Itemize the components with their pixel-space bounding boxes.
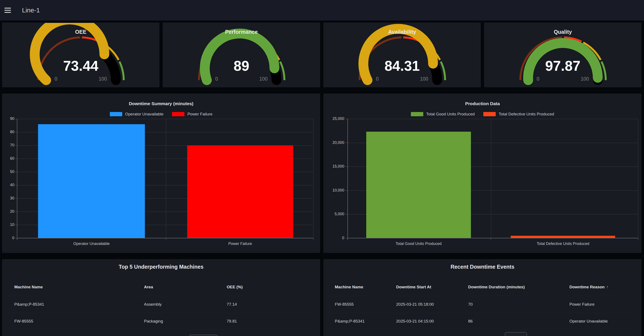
panel-title: Downtime Summary (minutes) bbox=[2, 101, 320, 106]
dashboard-title: Line-1 bbox=[22, 7, 40, 14]
gauge-max-label: 100 bbox=[420, 76, 428, 82]
gauge-panel-oee: OEE 73.44 0 100 bbox=[2, 23, 160, 87]
column-header-downtime-duration-minutes-[interactable]: Downtime Duration (minutes) bbox=[468, 281, 525, 293]
gauge-max-label: 100 bbox=[581, 76, 589, 82]
table-cell: Operator Unavailable bbox=[570, 313, 608, 330]
dashboard: { "topbar": { "title": "Line-1", "menu_i… bbox=[0, 0, 644, 336]
y-tick-mark bbox=[15, 145, 17, 146]
panel-title: Quality bbox=[484, 29, 641, 35]
legend-swatch-green bbox=[411, 112, 423, 116]
legend-item[interactable]: Total Defective Units Produced bbox=[483, 112, 554, 116]
chart-legend: Total Good Units Produced Total Defectiv… bbox=[324, 112, 641, 116]
row-divider bbox=[329, 330, 636, 330]
y-tick-mark bbox=[15, 225, 17, 225]
x-axis-category-label: Power Failure bbox=[228, 242, 252, 246]
y-axis-tick-label: 25,000 bbox=[324, 116, 344, 121]
sort-ascending-icon: ↑ bbox=[606, 285, 608, 289]
legend-label: Power Failure bbox=[188, 112, 212, 116]
table-cell: P&amp;P-85341 bbox=[14, 296, 44, 313]
panel-title: Top 5 Underperforming Machines bbox=[2, 264, 320, 270]
legend-item[interactable]: Power Failure bbox=[172, 112, 212, 116]
gauge-value: 97.87 bbox=[484, 58, 641, 74]
panel-title: Performance bbox=[163, 29, 320, 35]
y-axis-tick-label: 30 bbox=[2, 196, 14, 200]
x-tick-mark bbox=[313, 238, 314, 240]
y-tick-mark bbox=[346, 166, 348, 167]
legend-label: Total Good Units Produced bbox=[426, 112, 475, 116]
panel-title: Recent Downtime Events bbox=[324, 264, 641, 270]
panel-title: Production Data bbox=[324, 101, 641, 106]
gauge-min-label: 0 bbox=[55, 76, 58, 82]
pagination-button[interactable] bbox=[505, 332, 527, 336]
category-separator-line bbox=[166, 119, 166, 238]
gridline bbox=[348, 119, 638, 119]
y-tick-mark bbox=[15, 119, 17, 119]
table-cell: Power Failure bbox=[570, 296, 594, 313]
table-cell: FW-85555 bbox=[14, 313, 33, 330]
top-navigation-bar: Line-1 bbox=[0, 0, 644, 20]
gauge-max-label: 100 bbox=[260, 76, 268, 82]
gauge-panel-performance: Performance 89 0 100 bbox=[163, 23, 320, 87]
column-header-machine-name[interactable]: Machine Name bbox=[14, 281, 43, 293]
x-tick-mark bbox=[638, 238, 638, 240]
gauge-panel-quality: Quality 97.87 0 100 bbox=[484, 23, 642, 87]
panel-title: OEE bbox=[2, 29, 159, 35]
y-axis-tick-label: 40 bbox=[2, 183, 14, 187]
y-axis-tick-label: 10 bbox=[2, 222, 14, 227]
column-header-machine-name[interactable]: Machine Name bbox=[335, 281, 363, 293]
plot-right-border bbox=[638, 119, 638, 238]
hamburger-menu-icon[interactable] bbox=[4, 8, 11, 13]
y-tick-mark bbox=[15, 212, 17, 212]
y-axis-tick-label: 10,000 bbox=[324, 188, 344, 192]
y-tick-mark bbox=[15, 132, 17, 132]
y-tick-mark bbox=[15, 172, 17, 172]
gauge-value: 73.44 bbox=[2, 58, 159, 74]
downtime-summary-chart-panel: Downtime Summary (minutes) Operator Unav… bbox=[2, 94, 320, 253]
column-header-oee-[interactable]: OEE (%) bbox=[227, 281, 243, 293]
y-axis-tick-label: 90 bbox=[2, 116, 14, 121]
gauge-value: 89 bbox=[163, 58, 320, 74]
y-tick-mark bbox=[15, 158, 17, 159]
x-tick-mark bbox=[166, 238, 166, 240]
y-tick-mark bbox=[15, 198, 17, 198]
y-axis-tick-label: 80 bbox=[2, 130, 14, 134]
column-header-downtime-reason[interactable]: Downtime Reason↑ bbox=[570, 281, 608, 293]
legend-label: Operator Unavailable bbox=[125, 112, 164, 116]
panel-title: Availability bbox=[324, 29, 480, 35]
y-axis-tick-label: 20 bbox=[2, 209, 14, 214]
y-axis-tick-label: 70 bbox=[2, 143, 14, 148]
bar-operator-unavailable bbox=[38, 124, 145, 238]
y-axis-line bbox=[348, 119, 348, 240]
pagination-button[interactable] bbox=[189, 335, 218, 336]
recent-downtime-events-panel: Recent Downtime Events Machine NameDownt… bbox=[324, 259, 642, 336]
column-header-downtime-start-at[interactable]: Downtime Start At bbox=[396, 281, 431, 293]
y-tick-mark bbox=[346, 143, 348, 143]
legend-swatch-blue bbox=[110, 112, 122, 116]
legend-swatch-red bbox=[172, 112, 184, 116]
x-axis-category-label: Operator Unavailable bbox=[73, 242, 110, 246]
x-axis-line bbox=[348, 238, 638, 238]
bar-total-good-units-produced bbox=[366, 132, 471, 238]
table-cell: 77.14 bbox=[227, 296, 237, 313]
column-header-area[interactable]: Area bbox=[144, 281, 153, 293]
y-tick-mark bbox=[346, 119, 348, 119]
gridline bbox=[17, 119, 313, 119]
gauge-min-label: 0 bbox=[537, 76, 540, 82]
table-cell: 86 bbox=[468, 313, 473, 330]
legend-item[interactable]: Operator Unavailable bbox=[110, 112, 164, 116]
category-separator-line bbox=[491, 119, 491, 238]
x-tick-mark bbox=[491, 238, 491, 240]
legend-item[interactable]: Total Good Units Produced bbox=[411, 112, 475, 116]
y-tick-mark bbox=[346, 214, 348, 214]
y-axis-line bbox=[17, 119, 17, 240]
x-axis-category-label: Total Good Units Produced bbox=[396, 242, 442, 246]
table-cell: 79.81 bbox=[227, 313, 237, 330]
gauge-value: 84.31 bbox=[324, 58, 480, 74]
table-cell: FW-85555 bbox=[335, 296, 354, 313]
y-tick-mark bbox=[15, 238, 17, 238]
y-tick-mark bbox=[346, 190, 348, 191]
production-data-chart-panel: Production Data Total Good Units Produce… bbox=[324, 94, 642, 253]
chart-legend: Operator Unavailable Power Failure bbox=[2, 112, 320, 116]
table-cell: Packaging bbox=[144, 313, 163, 330]
legend-swatch-orange bbox=[483, 112, 496, 116]
